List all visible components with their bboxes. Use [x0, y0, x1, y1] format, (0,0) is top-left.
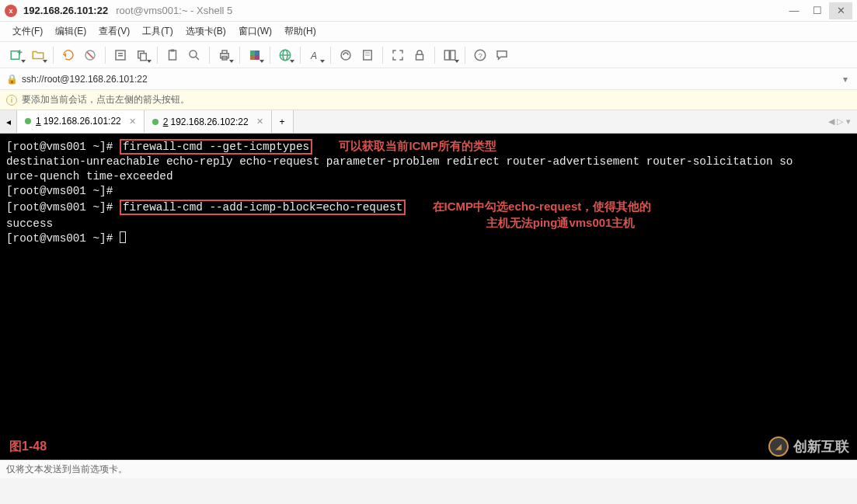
help-button[interactable]: ?: [470, 45, 490, 65]
status-dot-icon: [152, 119, 159, 125]
svg-text:A: A: [310, 50, 317, 61]
address-bar: 🔒 ▾: [0, 68, 857, 90]
info-bar: i 要添加当前会话，点击左侧的箭头按钮。: [0, 90, 857, 110]
toolbar-separator: [105, 47, 106, 64]
terminal[interactable]: [root@vms001 ~]# firewall-cmd --get-icmp…: [0, 134, 857, 460]
watermark-icon: ◢: [768, 436, 789, 457]
color-scheme-button[interactable]: [245, 45, 265, 65]
tab-close-icon[interactable]: ✕: [129, 116, 136, 127]
menu-tools[interactable]: 工具(T): [136, 25, 179, 38]
reconnect-button[interactable]: [58, 45, 78, 65]
menu-window[interactable]: 窗口(W): [232, 25, 278, 38]
title-ip: 192.168.26.101:22: [23, 5, 108, 16]
close-button[interactable]: ✕: [829, 2, 852, 19]
command-highlight: firewall-cmd --add-icmp-block=echo-reque…: [120, 200, 406, 215]
figure-label: 图1-48: [9, 439, 47, 454]
tab-prev-icon[interactable]: ◀ ▷: [828, 116, 843, 127]
menu-view[interactable]: 查看(V): [92, 25, 136, 38]
new-session-button[interactable]: [6, 45, 26, 65]
svg-rect-21: [255, 55, 260, 60]
copy-button[interactable]: [132, 45, 152, 65]
tab-add-button[interactable]: +: [272, 110, 294, 133]
prompt: [root@vms001 ~]#: [6, 141, 113, 153]
maximize-button[interactable]: ☐: [806, 2, 829, 19]
minimize-button[interactable]: —: [782, 2, 806, 19]
prompt: [root@vms001 ~]#: [6, 232, 113, 245]
terminal-output: urce-quench time-exceeded: [6, 170, 173, 182]
menu-help[interactable]: 帮助(H): [278, 25, 322, 38]
lock-button[interactable]: [409, 45, 430, 65]
tab-nav: ◀ ▷ ▾: [828, 110, 857, 133]
tab-number: 1: [36, 116, 41, 127]
toolbar-separator: [300, 47, 301, 64]
print-button[interactable]: [214, 45, 235, 65]
svg-rect-10: [141, 53, 147, 60]
disconnect-button[interactable]: [80, 45, 100, 65]
tab-number: 2: [163, 116, 169, 127]
svg-point-13: [190, 50, 197, 57]
svg-rect-18: [250, 50, 255, 55]
tab-menu-button[interactable]: ◂: [0, 110, 17, 133]
annotation-text: 可以获取当前ICMP所有的类型: [339, 139, 496, 152]
address-input[interactable]: [22, 74, 840, 85]
toolbar-separator: [434, 47, 435, 64]
menu-edit[interactable]: 编辑(E): [49, 25, 92, 38]
tab-label: 192.168.26.101:22: [44, 116, 121, 127]
log-button[interactable]: [357, 45, 378, 65]
terminal-output: success: [6, 217, 53, 230]
encoding-button[interactable]: [275, 45, 295, 65]
annotation-text: 在ICMP中勾选echo-request，使得其他的: [433, 200, 652, 213]
fullscreen-button[interactable]: [388, 45, 408, 65]
watermark: ◢ 创新互联: [768, 436, 849, 457]
open-button[interactable]: [28, 45, 48, 65]
svg-rect-20: [250, 55, 255, 60]
command-highlight: firewall-cmd --get-icmptypes: [120, 139, 312, 155]
svg-rect-11: [169, 50, 176, 60]
tab-close-icon[interactable]: ✕: [256, 116, 263, 127]
info-icon: i: [6, 95, 17, 106]
address-dropdown-icon[interactable]: ▾: [840, 74, 851, 85]
svg-point-26: [341, 50, 350, 60]
status-dot-icon: [25, 118, 31, 124]
prompt: [root@vms001 ~]#: [6, 185, 113, 197]
tab-list-icon[interactable]: ▾: [846, 116, 851, 127]
window-controls: — ☐ ✕: [782, 2, 852, 19]
file-transfer-button[interactable]: [440, 45, 460, 65]
svg-rect-19: [255, 50, 260, 55]
tab-session-1[interactable]: 1 192.168.26.101:22 ✕: [17, 110, 145, 133]
annotation-text: 主机无法ping通vms001主机: [486, 216, 636, 229]
feedback-button[interactable]: [492, 45, 512, 65]
app-logo-icon: x: [5, 5, 17, 17]
font-button[interactable]: A: [305, 45, 326, 65]
toolbar-separator: [270, 47, 270, 64]
svg-text:?: ?: [479, 51, 482, 59]
svg-rect-16: [222, 50, 227, 54]
menubar: 文件(F) 编辑(E) 查看(V) 工具(T) 选项卡(B) 窗口(W) 帮助(…: [0, 22, 857, 42]
tab-label: 192.168.26.102:22: [170, 116, 248, 127]
svg-rect-30: [416, 54, 423, 60]
svg-line-14: [196, 57, 199, 60]
svg-rect-12: [171, 49, 175, 51]
status-bar: 仅将文本发送到当前选项卡。: [0, 460, 857, 478]
lock-icon: 🔒: [6, 74, 17, 85]
svg-rect-32: [451, 50, 455, 60]
status-text: 仅将文本发送到当前选项卡。: [6, 463, 127, 476]
terminal-output: destination-unreachable echo-reply echo-…: [6, 155, 793, 168]
menu-file[interactable]: 文件(F): [6, 25, 49, 38]
info-text: 要添加当前会话，点击左侧的箭头按钮。: [22, 93, 190, 106]
toolbar-separator: [382, 47, 383, 64]
paste-button[interactable]: [162, 45, 183, 65]
toolbar-separator: [209, 47, 210, 64]
watermark-text: 创新互联: [793, 440, 849, 454]
titlebar: x 192.168.26.101:22 root@vms001:~ - Xshe…: [0, 0, 857, 22]
menu-tab[interactable]: 选项卡(B): [179, 25, 232, 38]
svg-line-5: [87, 52, 93, 58]
scroll-button[interactable]: [336, 45, 356, 65]
prompt: [root@vms001 ~]#: [6, 201, 113, 214]
toolbar: A ?: [0, 42, 857, 68]
title-path: root@vms001:~ - Xshell 5: [116, 5, 232, 16]
find-button[interactable]: [184, 45, 204, 65]
tab-session-2[interactable]: 2 192.168.26.102:22 ✕: [145, 110, 272, 133]
properties-button[interactable]: [110, 45, 131, 65]
toolbar-separator: [157, 47, 158, 64]
